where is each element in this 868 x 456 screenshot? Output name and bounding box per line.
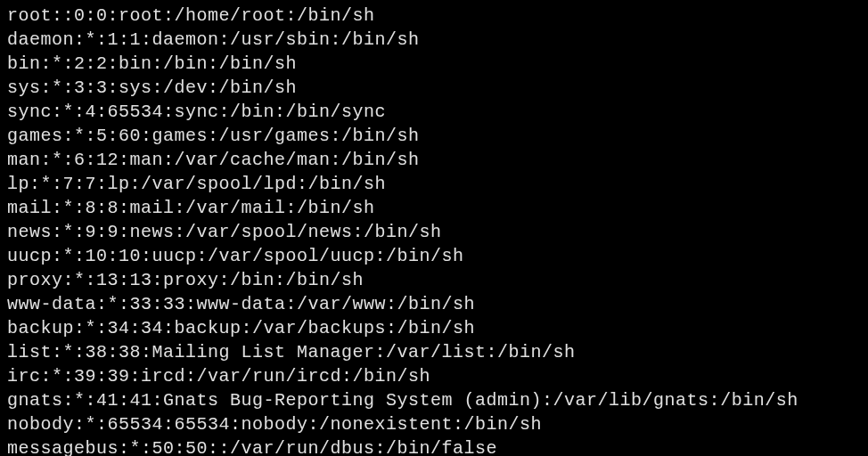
passwd-line: proxy:*:13:13:proxy:/bin:/bin/sh xyxy=(7,268,861,292)
passwd-line: man:*:6:12:man:/var/cache/man:/bin/sh xyxy=(7,148,861,172)
passwd-line: irc:*:39:39:ircd:/var/run/ircd:/bin/sh xyxy=(7,364,861,388)
passwd-line: list:*:38:38:Mailing List Manager:/var/l… xyxy=(7,340,861,364)
passwd-line: backup:*:34:34:backup:/var/backups:/bin/… xyxy=(7,316,861,340)
passwd-line: sync:*:4:65534:sync:/bin:/bin/sync xyxy=(7,100,861,124)
passwd-line: sys:*:3:3:sys:/dev:/bin/sh xyxy=(7,76,861,100)
passwd-line: daemon:*:1:1:daemon:/usr/sbin:/bin/sh xyxy=(7,28,861,52)
passwd-line: messagebus:*:50:50::/var/run/dbus:/bin/f… xyxy=(7,436,861,456)
passwd-line: news:*:9:9:news:/var/spool/news:/bin/sh xyxy=(7,220,861,244)
passwd-line: nobody:*:65534:65534:nobody:/nonexistent… xyxy=(7,412,861,436)
passwd-line: root::0:0:root:/home/root:/bin/sh xyxy=(7,4,861,28)
terminal-output: root::0:0:root:/home/root:/bin/sh daemon… xyxy=(0,0,868,456)
passwd-line: bin:*:2:2:bin:/bin:/bin/sh xyxy=(7,52,861,76)
passwd-line: lp:*:7:7:lp:/var/spool/lpd:/bin/sh xyxy=(7,172,861,196)
passwd-line: uucp:*:10:10:uucp:/var/spool/uucp:/bin/s… xyxy=(7,244,861,268)
passwd-line: mail:*:8:8:mail:/var/mail:/bin/sh xyxy=(7,196,861,220)
passwd-line: gnats:*:41:41:Gnats Bug-Reporting System… xyxy=(7,388,861,412)
passwd-line: games:*:5:60:games:/usr/games:/bin/sh xyxy=(7,124,861,148)
passwd-line: www-data:*:33:33:www-data:/var/www:/bin/… xyxy=(7,292,861,316)
